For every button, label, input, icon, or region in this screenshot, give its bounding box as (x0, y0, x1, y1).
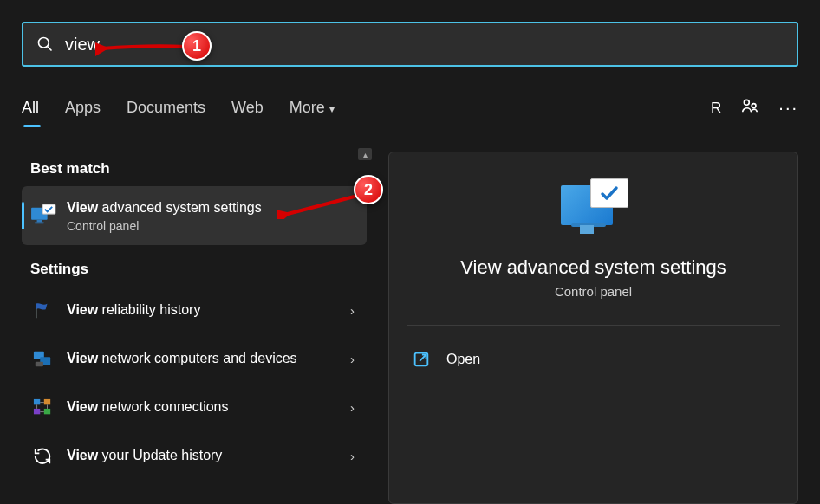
settings-header: Settings (30, 261, 367, 278)
chevron-down-icon: ▾ (329, 103, 335, 115)
svg-rect-10 (36, 361, 43, 366)
svg-rect-6 (35, 222, 44, 223)
annotation-arrow-1 (95, 36, 191, 59)
settings-item-update-history[interactable]: View your Update history › (22, 432, 367, 481)
preview-title: View advanced system settings (407, 256, 780, 279)
tab-web[interactable]: Web (231, 92, 264, 124)
svg-point-0 (39, 38, 49, 48)
preview-subtitle: Control panel (407, 284, 780, 299)
best-match-header: Best match (30, 160, 367, 178)
filter-tabs: All Apps Documents Web More▾ R ··· (22, 92, 798, 124)
open-action[interactable]: Open (407, 341, 780, 378)
annotation-badge-2: 2 (354, 175, 383, 204)
search-icon (36, 36, 54, 53)
tab-apps[interactable]: Apps (65, 92, 101, 124)
share-icon[interactable] (740, 96, 759, 120)
annotation-badge-1: 1 (182, 31, 212, 61)
settings-item-label: View your Update history (67, 447, 338, 465)
settings-item-network-connections[interactable]: View network connections › (22, 384, 367, 432)
account-button[interactable]: R (711, 100, 721, 117)
best-match-subtitle: Control panel (67, 219, 355, 233)
svg-rect-5 (37, 219, 42, 222)
update-history-icon (30, 446, 55, 467)
settings-item-network-devices[interactable]: View network computers and devices › (22, 335, 367, 384)
chevron-right-icon: › (350, 400, 355, 415)
svg-rect-12 (44, 399, 50, 404)
chevron-right-icon: › (350, 303, 355, 318)
tab-more[interactable]: More▾ (290, 92, 335, 124)
tab-documents[interactable]: Documents (127, 92, 205, 124)
chevron-right-icon: › (350, 449, 355, 463)
settings-list: View reliability history › View network … (22, 287, 367, 481)
settings-item-label: View network connections (67, 398, 338, 417)
preview-panel: View advanced system settings Control pa… (388, 152, 798, 504)
scroll-up-button[interactable]: ▴ (358, 148, 372, 160)
settings-item-label: View reliability history (67, 301, 338, 320)
preview-app-icon (559, 178, 628, 241)
svg-point-3 (752, 104, 757, 108)
tab-all[interactable]: All (22, 92, 39, 124)
open-label: Open (446, 352, 480, 367)
divider (407, 325, 780, 326)
flag-icon (30, 300, 55, 321)
chevron-right-icon: › (350, 352, 355, 366)
settings-item-reliability[interactable]: View reliability history › (22, 287, 367, 335)
open-external-icon (412, 350, 431, 369)
svg-rect-11 (34, 399, 40, 404)
svg-point-2 (745, 100, 750, 105)
network-connections-icon (30, 397, 55, 418)
settings-item-label: View network computers and devices (67, 350, 338, 368)
tab-more-label: More (290, 99, 325, 116)
control-panel-icon (30, 204, 56, 227)
more-options-button[interactable]: ··· (778, 98, 798, 118)
svg-rect-14 (44, 409, 50, 414)
svg-rect-13 (34, 409, 40, 414)
network-computers-icon (30, 349, 55, 370)
svg-line-1 (48, 47, 52, 51)
